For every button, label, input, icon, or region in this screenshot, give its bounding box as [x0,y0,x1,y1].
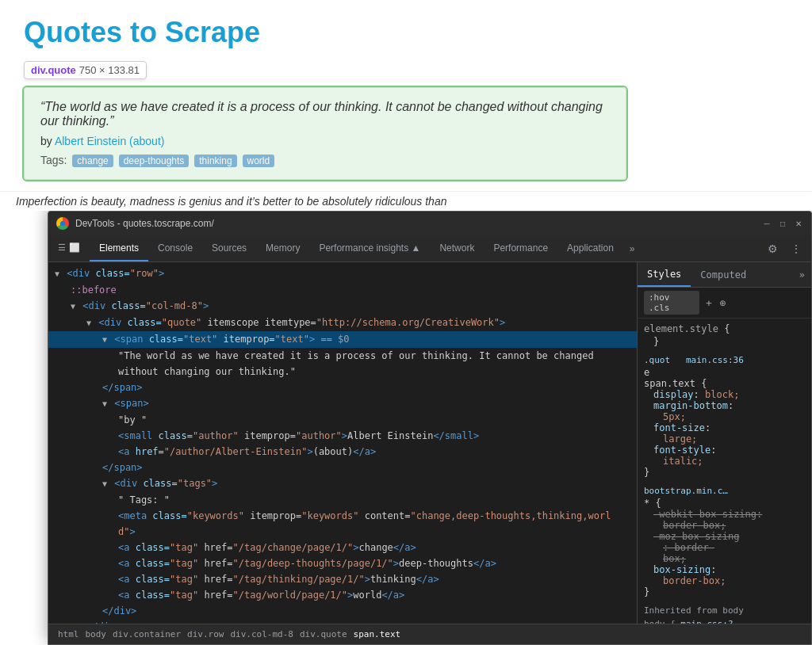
styles-content: element.style { } .quot main.css:36 e sp… [638,319,811,624]
tab-performance-insights[interactable]: Performance insights ▲ [309,235,430,261]
element-tooltip: div.quote 750 × 133.81 [24,61,147,79]
expand-arrow[interactable]: ▼ [102,335,107,344]
author-link[interactable]: Albert Einstein [55,135,126,147]
devtools-actions: ⚙ ⋮ [764,239,811,258]
dom-line[interactable]: <a class="tag" href="/tag/thinking/page/… [48,571,637,587]
devtools-body: ▼ <div class="row"> ::before ▼ <div clas… [48,262,811,624]
breadcrumb-body[interactable]: body [82,629,110,639]
styles-panel: Styles Computed » :hov .cls + ⊕ element.… [637,262,811,624]
css-rule-quote: .quot main.css:36 e span.text { display:… [644,355,805,478]
style-action2[interactable]: ⊕ [718,296,728,311]
add-style-btn[interactable]: + [704,296,714,311]
settings-icon[interactable]: ⚙ [764,239,781,258]
dom-line[interactable]: ▼ <div class="tags"> [48,475,637,492]
dom-line[interactable]: <small class="author" itemprop="author">… [48,428,637,444]
by-label: by [40,135,52,147]
expand-arrow[interactable]: ▼ [102,399,107,408]
dom-line[interactable]: "by " [48,412,637,428]
dom-line[interactable]: <a href="/author/Albert-Einstein">(about… [48,444,637,460]
dom-line[interactable]: ▼ <div class="row"> [48,265,637,282]
dom-line[interactable]: ▼ <div class="col-md-8"> [48,298,637,315]
breadcrumb-span-text[interactable]: span.text [350,629,404,639]
css-rule-element: element.style { } [644,323,805,347]
webpage-area: Quotes to Scrape div.quote 750 × 133.81 … [0,0,812,214]
dom-line[interactable]: </span> [48,460,637,475]
dom-line[interactable]: ::before [48,282,637,298]
tooltip-tag: div.quote [31,64,76,76]
devtools-breadcrumb: html body div.container div.row div.col-… [48,624,811,644]
tags-line: Tags: change deep-thoughts thinking worl… [40,154,610,167]
chrome-icon [56,217,69,230]
dom-line[interactable]: <a class="tag" href="/tag/world/page/1/"… [48,587,637,603]
tab-memory[interactable]: Memory [256,235,309,261]
about-link[interactable]: (about) [129,135,164,147]
css-source[interactable]: .quot main.css:36 [644,355,805,365]
expand-arrow[interactable]: ▼ [71,302,75,311]
quote-card: “The world as we have created it is a pr… [24,87,626,180]
expand-arrow[interactable]: ▼ [55,269,59,278]
tooltip-dimensions: 750 × 133.81 [79,64,140,76]
tags-label: Tags: [40,154,67,166]
tag-thinking[interactable]: thinking [194,155,236,167]
dom-line[interactable]: ▼ <div class="quote" itemscope itemtype=… [48,315,637,331]
breadcrumb-html[interactable]: html [55,629,82,639]
dom-line[interactable]: </div> [48,603,637,619]
tag-change[interactable]: change [72,155,113,167]
tab-elements[interactable]: ☰ ⬜ [48,235,90,261]
tab-sources[interactable]: Sources [202,235,256,261]
bottom-page-text: Imperfection is beauty, madness is geniu… [0,191,812,211]
breadcrumb-quote[interactable]: div.quote [297,629,350,639]
devtools-tabs-bar: ☰ ⬜ Elements Console Sources Memory Perf… [48,235,811,262]
devtools-title: DevTools - quotes.toscrape.com/ [75,218,762,229]
devtools-titlebar: DevTools - quotes.toscrape.com/ ─ □ ✕ [48,212,811,235]
tab-more[interactable]: » [623,243,642,254]
breadcrumb-row[interactable]: div.row [184,629,227,639]
dom-line[interactable]: ▼ <span> [48,395,637,412]
styles-tabs: Styles Computed » [638,262,811,288]
breadcrumb-col[interactable]: div.col-md-8 [227,629,296,639]
expand-arrow[interactable]: ▼ [86,319,91,327]
styles-more[interactable]: » [793,269,811,281]
dom-line[interactable]: " Tags: " [48,492,637,508]
quote-author-line: by Albert Einstein (about) [40,135,610,147]
tab-computed[interactable]: Computed [691,262,756,287]
devtools-window: DevTools - quotes.toscrape.com/ ─ □ ✕ ☰ … [48,211,812,645]
page-title: Quotes to Scrape [24,16,788,49]
tab-application[interactable]: Application [557,235,623,261]
dom-line[interactable]: </span> [48,380,637,395]
tab-performance[interactable]: Performance [484,235,557,261]
dom-line[interactable]: without changing our thinking." [48,364,637,380]
tab-styles[interactable]: Styles [638,262,691,287]
window-controls: ─ □ ✕ [762,219,803,228]
more-options-icon[interactable]: ⋮ [787,239,805,258]
styles-filter-hov[interactable]: :hov .cls [644,291,699,315]
tag-deep-thoughts[interactable]: deep-thoughts [119,155,190,167]
dom-line[interactable]: <a class="tag" href="/tag/change/page/1/… [48,540,637,555]
tab-console[interactable]: Console [148,235,202,261]
dom-line[interactable]: d"> [48,524,637,540]
elements-panel[interactable]: ▼ <div class="row"> ::before ▼ <div clas… [48,262,637,624]
expand-arrow[interactable]: ▼ [102,479,107,488]
tab-elements-label[interactable]: Elements [90,235,148,261]
css-rule-bootstrap: bootstrap.min.c… * { -webkit-box-sizing:… [644,486,805,597]
breadcrumb-container[interactable]: div.container [109,629,184,639]
tab-network[interactable]: Network [430,235,484,261]
inherited-label: Inherited from body [644,605,805,616]
minimize-button[interactable]: ─ [762,219,772,228]
tag-world[interactable]: world [243,155,275,167]
dom-line[interactable]: <a class="tag" href="/tag/deep-thoughts/… [48,555,637,571]
styles-toolbar: :hov .cls + ⊕ [638,288,811,319]
close-button[interactable]: ✕ [794,219,803,228]
dom-line-selected[interactable]: ▼ <span class="text" itemprop="text"> ==… [48,331,637,348]
maximize-button[interactable]: □ [778,219,787,228]
dom-line[interactable]: <meta class="keywords" itemprop="keyword… [48,508,637,524]
css-source-bootstrap[interactable]: bootstrap.min.c… [644,486,805,496]
quote-text: “The world as we have created it is a pr… [40,100,610,128]
css-selector: element.style { [644,323,805,334]
dom-line[interactable]: "The world as we have created it is a pr… [48,348,637,364]
